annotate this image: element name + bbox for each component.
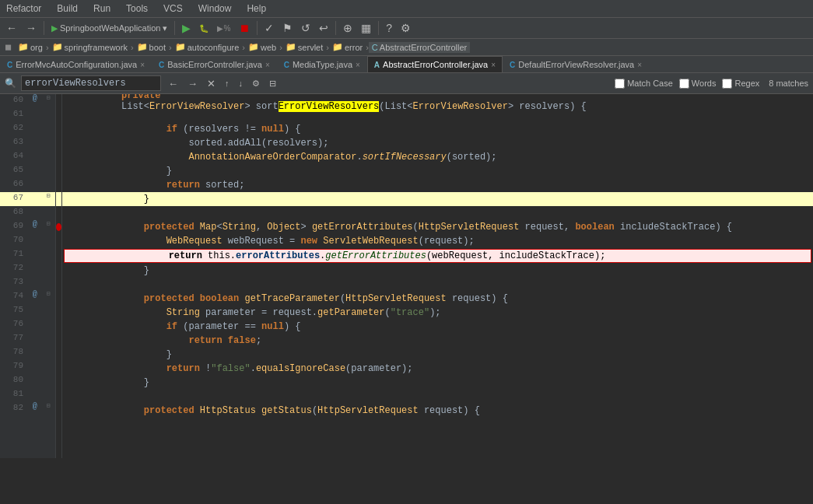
tab-close-4[interactable]: × <box>491 61 496 69</box>
toolbar-ant[interactable]: ⚑ <box>279 20 296 36</box>
gutter-line-61: 61 <box>0 108 55 122</box>
search-refresh[interactable]: ↑ <box>223 78 232 89</box>
breadcrumb-autoconfigure[interactable]: 📁 autoconfigure <box>172 41 243 53</box>
matches-count: 8 matches <box>769 79 808 88</box>
gutter-line-73: 73 <box>0 276 55 290</box>
breakpoint-69 <box>56 220 61 234</box>
gutter-line-78: 78 <box>0 346 55 360</box>
search-filter[interactable]: ⊟ <box>267 78 279 89</box>
tab-basicerrorcontroller[interactable]: C BasicErrorController.java × <box>152 56 277 72</box>
gutter-line-82: 82 @ ⊟ <box>0 402 55 416</box>
toolbar-stop[interactable]: ⏹ <box>236 20 253 36</box>
tab-icon-c4: C <box>510 61 515 69</box>
menu-run[interactable]: Run <box>90 2 114 16</box>
line-num-65: 65 <box>0 164 28 175</box>
breakpoint-dot-69 <box>56 223 61 231</box>
toolbar-sync[interactable]: ✓ <box>261 20 277 36</box>
search-clear[interactable]: ✕ <box>205 77 218 90</box>
search-settings[interactable]: ⚙ <box>250 78 262 89</box>
toolbar-forward[interactable]: → <box>23 20 40 36</box>
code-editor[interactable]: private List<ErrorViewResolver> sortErro… <box>62 94 813 458</box>
code-line-66: return sorted; <box>62 178 813 192</box>
toolbar-settings[interactable]: ⚙ <box>398 20 414 36</box>
gutter-line-70: 70 <box>0 234 55 248</box>
breadcrumb-springframework[interactable]: 📁 springframework <box>49 41 131 53</box>
breadcrumb-servlet[interactable]: 📁 servlet <box>282 41 326 53</box>
regex-option[interactable]: Regex <box>722 79 759 89</box>
tab-errormvcautoconfiguration[interactable]: C ErrorMvcAutoConfiguration.java × <box>0 56 152 72</box>
toolbar-debug[interactable]: 🐛 <box>196 23 212 34</box>
line-gutter: 60 @ ⊟ 61 62 63 <box>0 94 56 458</box>
tab-mediatype[interactable]: C MediaType.java × <box>277 56 367 72</box>
run-config-icon: ▶ <box>51 23 58 33</box>
toolbar-help[interactable]: ? <box>383 20 395 36</box>
gutter-line-81: 81 <box>0 388 55 402</box>
toolbar-run-coverage[interactable]: ▶% <box>214 23 233 34</box>
menu-tools[interactable]: Tools <box>123 2 151 16</box>
toolbar-back[interactable]: ← <box>3 20 20 36</box>
words-checkbox[interactable] <box>679 79 689 89</box>
breadcrumb-boot[interactable]: 📁 boot <box>134 41 169 53</box>
line-num-72: 72 <box>0 262 28 273</box>
gutter-line-80: 80 <box>0 374 55 388</box>
folder-icon4: 📁 <box>175 42 186 52</box>
toolbar-redo[interactable]: ↩ <box>316 20 331 36</box>
toolbar-run[interactable]: ▶ <box>179 20 194 36</box>
toolbar-run-config[interactable]: ▶ SpringbootWebApplication ▾ <box>48 22 170 35</box>
menu-build[interactable]: Build <box>54 2 81 16</box>
gutter-fold-60[interactable]: ⊟ <box>42 94 56 101</box>
code-line-82: protected HttpStatus getStatus(HttpServl… <box>62 404 813 418</box>
line-num-75: 75 <box>0 304 28 315</box>
search-bar: 🔍 ← → ✕ ↑ ↓ ⚙ ⊟ Match Case Words Regex 8… <box>0 73 813 94</box>
tab-close-2[interactable]: × <box>265 61 270 69</box>
menu-help[interactable]: Help <box>244 2 269 16</box>
tab-close-5[interactable]: × <box>637 61 642 69</box>
search-input[interactable] <box>21 75 161 91</box>
tab-abstracterrorcontroller[interactable]: A AbstractErrorController.java × <box>367 56 503 72</box>
line-num-79: 79 <box>0 360 28 371</box>
tabs-bar: C ErrorMvcAutoConfiguration.java × C Bas… <box>0 56 813 73</box>
line-num-74: 74 <box>0 290 28 301</box>
line-num-69: 69 <box>0 220 28 231</box>
search-down[interactable]: ↓ <box>237 78 246 89</box>
code-line-79: return !"false".equalsIgnoreCase(paramet… <box>62 362 813 376</box>
folder-icon7: 📁 <box>332 42 343 52</box>
gutter-fold-74[interactable]: ⊟ <box>42 290 56 297</box>
gutter-fold-82[interactable]: ⊟ <box>42 402 56 409</box>
code-line-64: AnnotationAwareOrderComparator.sortIfNec… <box>62 150 813 164</box>
match-case-label: Match Case <box>627 79 673 88</box>
gutter-line-66: 66 <box>0 178 55 192</box>
toolbar-sep4 <box>335 21 336 35</box>
toolbar-sep5 <box>378 21 379 35</box>
regex-checkbox[interactable] <box>722 79 732 89</box>
tab-close-3[interactable]: × <box>356 61 360 69</box>
search-icon: 🔍 <box>5 78 16 89</box>
words-option[interactable]: Words <box>679 79 717 89</box>
gutter-line-63: 63 <box>0 136 55 150</box>
gutter-fold-69[interactable]: ⊟ <box>42 220 56 227</box>
breadcrumb-abstracterrorcontroller[interactable]: C AbstractErrorController <box>369 42 470 53</box>
breadcrumb-org[interactable]: 📁 org <box>15 41 46 53</box>
tab-defaulterrorviewresolver[interactable]: C DefaultErrorViewResolver.java × <box>503 56 649 72</box>
toolbar-sep1 <box>44 21 44 35</box>
menu-vcs[interactable]: VCS <box>160 2 186 16</box>
line-num-73: 73 <box>0 276 28 287</box>
toolbar-build-proj[interactable]: ⊕ <box>340 20 356 36</box>
tab-close-1[interactable]: × <box>140 61 145 69</box>
run-config-label: SpringbootWebApplication <box>60 23 160 33</box>
match-case-option[interactable]: Match Case <box>615 79 673 89</box>
breadcrumb-error[interactable]: 📁 error <box>329 41 366 53</box>
toolbar-sdk[interactable]: ▦ <box>358 20 374 36</box>
gutter-line-76: 76 <box>0 318 55 332</box>
search-prev-match[interactable]: ← <box>166 77 180 90</box>
breadcrumb-web[interactable]: 📁 web <box>245 41 279 53</box>
search-next-match[interactable]: → <box>185 77 200 90</box>
gutter-at-69: @ <box>28 220 42 229</box>
toolbar-undo[interactable]: ↺ <box>298 20 314 36</box>
line-num-62: 62 <box>0 122 28 133</box>
line-num-67: 67 <box>0 192 28 203</box>
menu-refactor[interactable]: Refactor <box>3 2 44 16</box>
class-icon: C <box>372 43 378 52</box>
menu-window[interactable]: Window <box>195 2 235 16</box>
match-case-checkbox[interactable] <box>615 79 625 89</box>
